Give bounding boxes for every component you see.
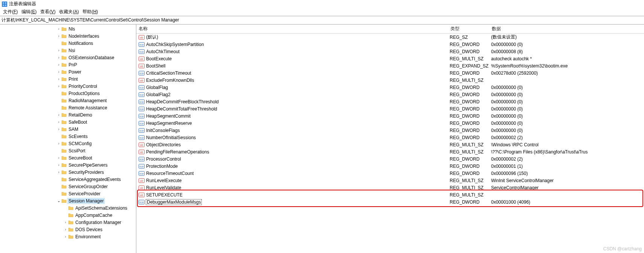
list-row[interactable]: NumberOfInitialSessionsREG_DWORD0x000000… [136, 134, 644, 141]
tree-item[interactable]: Remote Assistance [0, 104, 136, 111]
list-row[interactable]: ObjectDirectoriesREG_MULTI_SZ\Windows \R… [136, 141, 644, 148]
string-value-icon [139, 185, 145, 191]
chevron-right-icon[interactable]: › [56, 156, 61, 160]
folder-icon [61, 48, 67, 54]
chevron-down-icon[interactable]: ⌄ [56, 199, 61, 203]
folder-icon [61, 162, 67, 168]
list-row[interactable]: HeapSegmentCommitREG_DWORD0x00000000 (0) [136, 112, 644, 120]
list-row[interactable]: ProcessorControlREG_DWORD0x00000002 (2) [136, 155, 644, 163]
list-row[interactable]: DebuggerMaxModuleMsgsREG_DWORD0x00001000… [136, 198, 644, 205]
list-row[interactable]: RunLevelExecuteREG_MULTI_SZWinInit Servi… [136, 177, 644, 184]
svg-rect-1 [3, 2, 4, 4]
tree-item[interactable]: ⌄Session Manager [0, 197, 136, 204]
tree-item[interactable]: ScEvents [0, 133, 136, 140]
chevron-right-icon[interactable]: › [56, 84, 61, 88]
col-name[interactable]: 名称 [136, 25, 448, 33]
list-row[interactable]: ExcludeFromKnownDllsREG_MULTI_SZ [136, 77, 644, 84]
list-row[interactable]: (默认)REG_SZ(数值未设置) [136, 34, 644, 41]
tree-item[interactable]: ServiceProvider [0, 190, 136, 197]
list-row[interactable]: GlobalFlag2REG_DWORD0x00000000 (0) [136, 91, 644, 98]
chevron-right-icon[interactable]: › [63, 220, 68, 224]
col-type[interactable]: 类型 [448, 25, 490, 33]
list-row[interactable]: BootExecuteREG_MULTI_SZautocheck autochk… [136, 55, 644, 62]
tree-item[interactable]: ›SecurityProviders [0, 169, 136, 176]
list-row[interactable]: InitConsoleFlagsREG_DWORD0x00000000 (0) [136, 127, 644, 134]
tree-pane[interactable]: ›Nls›NodeInterfacesNotifications›Nsi›OSE… [0, 25, 136, 253]
list-row[interactable]: HeapDeCommitTotalFreeThresholdREG_DWORD0… [136, 105, 644, 112]
list-pane[interactable]: 名称 类型 数据 (默认)REG_SZ(数值未设置)AutoChkSkipSys… [136, 25, 644, 253]
menu-item[interactable]: 编辑(E) [20, 8, 38, 15]
tree-item[interactable]: Notifications [0, 40, 136, 47]
chevron-right-icon[interactable]: › [56, 70, 61, 74]
tree-item[interactable]: ProductOptions [0, 90, 136, 97]
tree-item[interactable]: ›OSExtensionDatabase [0, 54, 136, 61]
menu-item[interactable]: 帮助(H) [81, 8, 99, 15]
list-row[interactable]: ResourceTimeoutCountREG_DWORD0x00000096 … [136, 170, 644, 177]
tree-label: OSExtensionDatabase [68, 55, 115, 60]
tree-item[interactable]: ›RetailDemo [0, 111, 136, 118]
tree-item[interactable]: ›SecureBoot [0, 154, 136, 161]
list-row[interactable]: BootShellREG_EXPAND_SZ%SystemRoot%\syste… [136, 62, 644, 69]
menu-item[interactable]: 收藏夹(A) [58, 8, 80, 15]
string-value-icon [139, 192, 145, 198]
folder-icon [61, 76, 67, 82]
tree-item[interactable]: ›Environment [0, 233, 136, 240]
tree-item[interactable]: ›Power [0, 68, 136, 75]
value-name: BootShell [146, 63, 165, 69]
tree-item[interactable]: AppCompatCache [0, 212, 136, 219]
folder-icon [61, 33, 67, 39]
value-type: REG_DWORD [450, 71, 491, 76]
chevron-right-icon[interactable]: › [56, 77, 61, 81]
list-row[interactable]: AutoChkTimeoutREG_DWORD0x00000008 (8) [136, 48, 644, 55]
menu-item[interactable]: 查看(V) [39, 8, 57, 15]
chevron-right-icon[interactable]: › [56, 63, 61, 67]
value-type: REG_MULTI_SZ [450, 192, 491, 198]
tree-item[interactable]: ›Configuration Manager [0, 219, 136, 226]
list-row[interactable]: CriticalSectionTimeoutREG_DWORD0x00278d0… [136, 69, 644, 77]
tree-item[interactable]: ScsiPort [0, 147, 136, 154]
chevron-right-icon[interactable]: › [56, 55, 61, 60]
chevron-right-icon[interactable]: › [56, 113, 61, 117]
tree-item[interactable]: ›Print [0, 75, 136, 83]
list-row[interactable]: HeapDeCommitFreeBlockThresholdREG_DWORD0… [136, 98, 644, 105]
tree-item[interactable]: ›SCMConfig [0, 140, 136, 147]
chevron-right-icon[interactable]: › [63, 227, 68, 232]
chevron-right-icon[interactable]: › [56, 163, 61, 167]
tree-item[interactable]: ›NodeInterfaces [0, 32, 136, 40]
tree-item[interactable]: ›PriorityControl [0, 83, 136, 90]
list-row[interactable]: SETUPEXECUTEREG_MULTI_SZ [136, 191, 644, 198]
dword-value-icon [139, 156, 145, 162]
chevron-right-icon[interactable]: › [56, 34, 61, 38]
chevron-right-icon[interactable]: › [56, 27, 61, 31]
tree-item[interactable]: ›SafeBoot [0, 118, 136, 126]
list-row[interactable]: RunLevelValidateREG_MULTI_SZServiceContr… [136, 184, 644, 191]
tree-item[interactable]: ›PnP [0, 61, 136, 68]
tree-item[interactable]: ›Nls [0, 25, 136, 32]
value-data: 0x00000000 (0) [491, 85, 644, 90]
tree-item[interactable]: ›DOS Devices [0, 226, 136, 233]
chevron-right-icon[interactable]: › [56, 48, 61, 52]
addressbar[interactable]: 计算机\HKEY_LOCAL_MACHINE\SYSTEM\CurrentCon… [0, 16, 644, 25]
tree-item[interactable]: RadioManagement [0, 97, 136, 104]
dword-value-icon [139, 49, 145, 55]
tree-item[interactable]: ServiceAggregatedEvents [0, 176, 136, 183]
chevron-right-icon[interactable]: › [56, 127, 61, 131]
value-data: 0x00000000 (0) [491, 121, 644, 126]
tree-label: SCMConfig [68, 141, 92, 146]
chevron-right-icon[interactable]: › [56, 170, 61, 174]
tree-item[interactable]: ServiceGroupOrder [0, 183, 136, 190]
tree-item[interactable]: ›Nsi [0, 47, 136, 54]
list-row[interactable]: AutoChkSkipSystemPartitionREG_DWORD0x000… [136, 41, 644, 48]
tree-item[interactable]: ›SAM [0, 126, 136, 133]
col-data[interactable]: 数据 [490, 25, 644, 33]
tree-item[interactable]: ›SecurePipeServers [0, 161, 136, 169]
chevron-right-icon[interactable]: › [56, 120, 61, 124]
tree-item[interactable]: ApiSetSchemaExtensions [0, 204, 136, 212]
list-row[interactable]: HeapSegmentReserveREG_DWORD0x00000000 (0… [136, 120, 644, 127]
chevron-right-icon[interactable]: › [63, 235, 68, 239]
chevron-right-icon[interactable]: › [56, 141, 61, 146]
list-row[interactable]: ProtectionModeREG_DWORD0x00000001 (1) [136, 163, 644, 170]
menu-item[interactable]: 文件(F) [2, 8, 19, 15]
list-row[interactable]: PendingFileRenameOperationsREG_MULTI_SZ\… [136, 148, 644, 155]
list-row[interactable]: GlobalFlagREG_DWORD0x00000000 (0) [136, 84, 644, 91]
